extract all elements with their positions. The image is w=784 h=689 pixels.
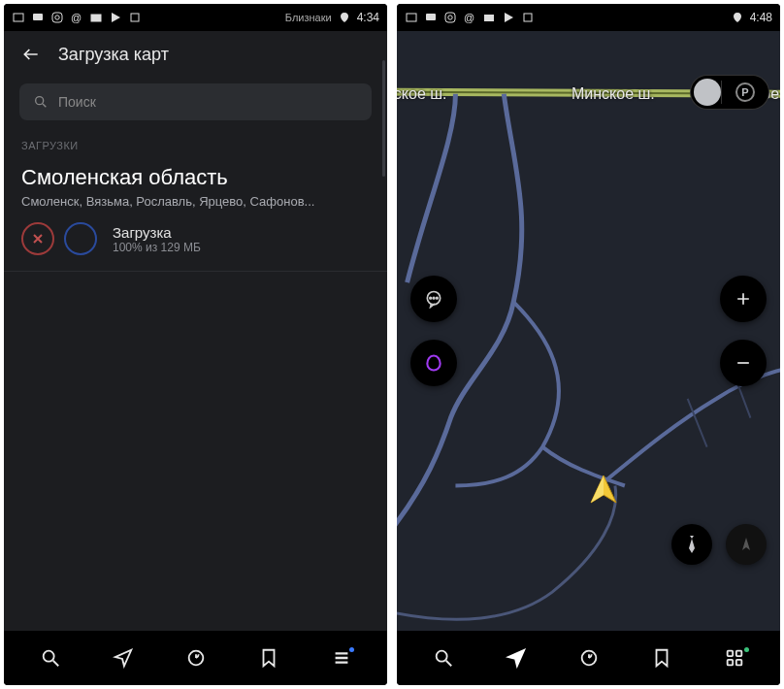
chat-bubble-icon	[424, 289, 443, 309]
rect-icon	[405, 11, 418, 24]
svg-point-3	[55, 16, 59, 19]
nav-search-button[interactable]	[30, 638, 71, 678]
svg-rect-12	[445, 13, 455, 22]
svg-point-19	[433, 297, 435, 299]
section-label-downloads: ЗАГРУЗКИ	[4, 130, 387, 159]
svg-rect-15	[484, 15, 494, 21]
plus-icon	[734, 289, 753, 309]
square-icon	[521, 11, 535, 24]
svg-rect-1	[33, 14, 43, 20]
nav-bookmarks-button[interactable]	[641, 638, 682, 678]
tie-icon	[685, 536, 699, 553]
nav-music-button[interactable]	[569, 638, 609, 678]
svg-point-21	[436, 651, 446, 662]
zoom-out-button[interactable]	[720, 340, 767, 386]
svg-point-8	[43, 651, 53, 662]
dashcam-parking-toggle[interactable]: P	[691, 76, 768, 109]
notification-dot	[744, 647, 749, 652]
map-canvas[interactable]: нское ш. Минское ш. Минское ш. P	[397, 31, 780, 631]
road-label: Минское ш.	[572, 85, 655, 103]
profile-button[interactable]	[671, 524, 712, 565]
mail-icon	[89, 11, 103, 24]
download-status-detail: 100% из 129 МБ	[113, 241, 201, 254]
play-icon	[502, 11, 515, 24]
page-title: Загрузка карт	[58, 45, 169, 65]
header: Загрузка карт	[4, 31, 387, 78]
location-pin-icon	[338, 11, 351, 24]
svg-text:@: @	[71, 12, 82, 23]
svg-point-20	[437, 297, 439, 299]
minus-icon	[734, 353, 753, 373]
scrollbar[interactable]	[382, 60, 385, 177]
phone-right-map: @ 4:48	[397, 4, 780, 685]
status-time: 4:48	[750, 11, 772, 24]
phone-left-downloads: @ Близнаки 4:34 Загрузка карт Поиск	[4, 4, 387, 685]
search-input[interactable]: Поиск	[19, 83, 372, 120]
road-label: нское ш.	[397, 85, 447, 103]
svg-rect-6	[131, 14, 139, 21]
compass-button[interactable]	[726, 524, 767, 565]
svg-rect-16	[524, 14, 532, 21]
square-icon	[128, 11, 142, 24]
bottom-nav-right	[397, 631, 780, 685]
compass-arrow-icon	[738, 537, 754, 552]
close-icon	[33, 234, 43, 244]
status-location-label: Близнаки	[285, 12, 332, 23]
nav-search-button[interactable]	[423, 638, 464, 678]
alice-icon	[424, 353, 443, 373]
svg-rect-23	[727, 651, 733, 657]
zoom-in-button[interactable]	[720, 276, 767, 322]
location-pin-icon	[731, 11, 744, 24]
svg-rect-5	[91, 15, 101, 21]
svg-point-7	[36, 97, 44, 105]
instagram-icon	[443, 11, 457, 24]
download-title: Смоленская область	[21, 165, 370, 190]
svg-point-18	[430, 297, 432, 299]
svg-rect-11	[426, 14, 436, 20]
map-roads	[397, 31, 780, 631]
cancel-download-button[interactable]	[21, 222, 54, 255]
status-bar-right: @ 4:48	[397, 4, 780, 31]
search-icon	[33, 94, 49, 110]
nav-bookmarks-button[interactable]	[248, 638, 289, 678]
svg-rect-0	[14, 14, 23, 21]
nav-apps-button[interactable]	[714, 638, 755, 678]
chat-button[interactable]	[410, 276, 457, 322]
status-time: 4:34	[357, 11, 379, 24]
chat-icon	[31, 11, 45, 24]
nav-music-button[interactable]	[176, 638, 216, 678]
svg-rect-26	[735, 660, 741, 666]
at-icon: @	[463, 11, 476, 24]
at-icon: @	[70, 11, 83, 24]
instagram-icon	[50, 11, 64, 24]
svg-text:@: @	[464, 12, 474, 23]
nav-menu-button[interactable]	[321, 638, 362, 678]
nav-navigate-button[interactable]	[103, 638, 144, 678]
download-item[interactable]: Смоленская область Смоленск, Вязьма, Рос…	[4, 159, 387, 272]
svg-rect-10	[407, 14, 416, 21]
download-subtitle: Смоленск, Вязьма, Рославль, Ярцево, Сафо…	[21, 194, 370, 209]
nav-navigate-button[interactable]	[496, 638, 537, 678]
search-placeholder: Поиск	[58, 94, 96, 110]
progress-circle[interactable]	[64, 222, 97, 255]
svg-rect-2	[52, 13, 62, 22]
status-bar-left: @ Близнаки 4:34	[4, 4, 387, 31]
parking-button[interactable]: P	[721, 81, 768, 104]
bottom-nav-left	[4, 631, 387, 685]
download-status-label: Загрузка	[113, 224, 201, 241]
voice-assistant-button[interactable]	[410, 340, 457, 386]
user-location-cursor	[587, 474, 620, 507]
notification-dot	[349, 647, 354, 652]
toggle-knob	[694, 79, 721, 106]
chat-icon	[424, 11, 438, 24]
rect-icon	[12, 11, 25, 24]
play-icon	[109, 11, 122, 24]
svg-rect-25	[727, 660, 733, 666]
back-button[interactable]	[19, 43, 43, 66]
svg-point-13	[448, 16, 452, 19]
svg-rect-24	[735, 651, 741, 657]
mail-icon	[482, 11, 496, 24]
